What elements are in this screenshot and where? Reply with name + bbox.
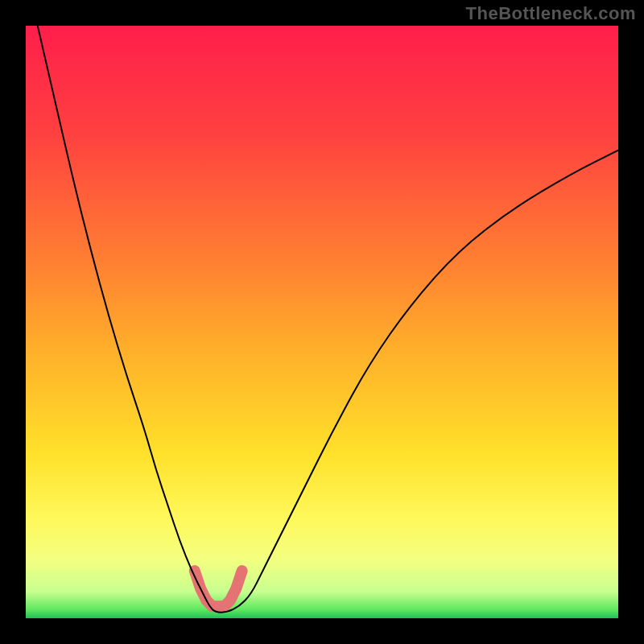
bottleneck-chart (0, 0, 644, 644)
chart-frame: TheBottleneck.com (0, 0, 644, 644)
plot-background (26, 26, 618, 618)
